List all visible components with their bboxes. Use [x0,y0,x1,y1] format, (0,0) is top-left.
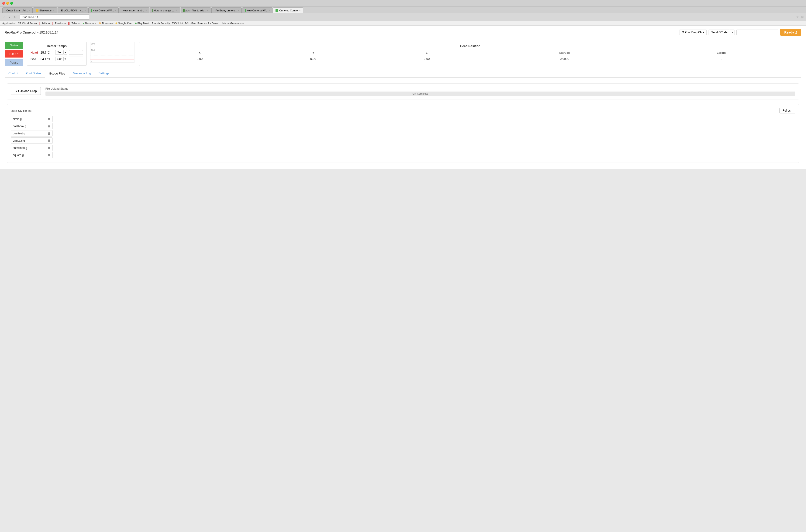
bed-set-dropdown[interactable]: ▾ [63,57,67,61]
tab-close-5[interactable]: × [176,9,178,12]
left-panel: Online STOP! Pause Heater Temps Head 25.… [5,42,134,66]
browser-tab-8[interactable]: New Ormerod W... × [242,7,273,13]
bookmark-meme[interactable]: Meme Generator – [222,22,244,25]
bookmark-telecom[interactable]: Telecom [72,22,81,25]
header-controls: G Print Drop/Click Send GCode ▾ Ready :) [679,29,801,36]
bookmark-milano[interactable]: Milano [42,22,50,25]
progress-bar: 0% Complete [45,92,795,96]
bookmark-forecast[interactable]: Forecast for Devel... [197,22,220,25]
head-set-dropdown[interactable]: ▾ [63,50,67,55]
ready-button[interactable]: Ready :) [780,29,801,36]
reload-button[interactable]: ↻ [13,15,18,19]
maximize-button[interactable] [10,2,13,5]
main-panels: Online STOP! Pause Heater Temps Head 25.… [5,42,801,66]
bookmark-label-basecamp: Basecamp [85,22,97,25]
send-gcode-button[interactable]: Send GCode [709,30,730,35]
head-temp-value: 25.7°C [40,51,53,54]
pos-col-x: X [143,50,256,56]
tab-close-1[interactable]: × [53,9,55,12]
bookmark-basecamp[interactable]: ● Basecamp [83,22,97,25]
browser-toolbar: ‹ › ↻ ☆ ⊞ [0,13,806,21]
tab-label-8: New Ormerod W... [246,9,268,12]
list-item: ormaxis.g 🗑 [11,137,53,144]
tab-close-7[interactable]: × [238,9,239,12]
send-gcode-dropdown[interactable]: ▾ [730,30,734,35]
head-set-button[interactable]: Set [55,50,63,55]
tab-close-6[interactable]: × [207,9,208,12]
bookmark-label-jsonlint: JSONLint [172,22,183,25]
bookmark-jsonlint[interactable]: JSONLint [172,22,183,25]
tab-close-3[interactable]: × [115,9,116,12]
bookmark-cpcloud[interactable]: CP Cloud Server [18,22,37,25]
browser-tab-6[interactable]: push files to sdc... × [181,7,211,13]
file-delete-button[interactable]: 🗑 [48,146,51,150]
browser-tab-3[interactable]: New Ormerod W... × [88,7,118,13]
tab-close-4[interactable]: × [145,9,147,12]
bed-set-input[interactable] [69,57,83,61]
page-header: RepRapPro Ormerod - 192.168.1.14 G Print… [5,29,801,38]
bookmark-label-frosinone: Frosinone [55,22,67,25]
bookmark-applicazioni[interactable]: Applicazioni [2,22,16,25]
tab-control[interactable]: Control [5,70,22,77]
tab-label-2: E-VOLUTION – H... [61,9,84,12]
file-name: duettest.g [13,132,25,135]
refresh-button[interactable]: Refresh [780,108,795,113]
titlebar [0,0,806,7]
file-delete-button[interactable]: 🗑 [48,153,51,157]
pos-val-zprobe: 0 [646,56,798,62]
bookmark-frosinone[interactable]: Frosinone [55,22,67,25]
stop-button[interactable]: STOP! [5,50,23,58]
page-content: RepRapPro Ormerod - 192.168.1.14 G Print… [0,26,806,169]
bookmark-googlekeep[interactable]: ◆ Google Keep [115,22,133,25]
back-button[interactable]: ‹ [2,15,6,19]
chart-svg [90,42,134,62]
star-icon[interactable]: ☆ [796,15,799,19]
list-item: square.g 🗑 [11,152,53,158]
pos-val-extrude: 0.0000 [483,56,645,62]
tab-favicon-5 [152,9,153,12]
tab-settings[interactable]: Settings [95,70,113,77]
tab-gcode-files[interactable]: Gcode Files [45,70,69,78]
tab-close-9[interactable]: × [299,9,301,12]
bookmark-label-googlekeep: Google Keep [118,22,133,25]
browser-tab-1[interactable]: Bienvenue! × [33,7,57,13]
tab-print-status[interactable]: Print Status [22,70,45,77]
file-delete-button[interactable]: 🗑 [48,117,51,121]
browser-tab-9[interactable]: Ormerod Control × [273,7,303,13]
head-set-input[interactable] [69,50,83,55]
bookmark-joomla[interactable]: Joomla Security [152,22,170,25]
extensions-icon[interactable]: ⊞ [801,15,804,19]
tab-favicon-9 [275,9,278,12]
file-delete-button[interactable]: 🗑 [48,132,51,135]
bookmark-timesheet[interactable]: H Timesheet [99,22,113,25]
forward-button[interactable]: › [8,15,11,19]
online-button[interactable]: Online [5,42,23,49]
minimize-button[interactable] [6,2,9,5]
tab-close-0[interactable]: × [29,9,30,12]
sd-upload-button[interactable]: SD Upload Drop [11,87,41,95]
gprint-button[interactable]: G Print Drop/Click [679,30,707,35]
tab-message-log[interactable]: Message Log [69,70,95,77]
bookmark-label-js2coffee: Js2coffee [185,22,196,25]
close-button[interactable] [2,2,5,5]
browser-tab-4[interactable]: New Issue - iamb... × [119,7,149,13]
address-bar[interactable] [20,15,90,20]
bookmark-playmusic[interactable]: ▶ Play Music [135,22,150,25]
pause-button[interactable]: Pause [5,59,23,66]
browser-tab-2[interactable]: E-VOLUTION – H... × [58,7,88,13]
gcode-input[interactable] [736,30,778,35]
browser-tab-0[interactable]: Costa Extra – Ad... × [2,7,33,13]
tab-favicon-1 [36,9,38,12]
bed-set-button[interactable]: Set [55,57,63,61]
tab-label-9: Ormerod Control [279,9,298,12]
browser-tab-7[interactable]: IAmBruny ormero... × [212,7,242,13]
bookmark-label-playmusic: Play Music [138,22,150,25]
tab-close-2[interactable]: × [85,9,86,12]
browser-tab-5[interactable]: How to change p... × [150,7,180,13]
tab-close-8[interactable]: × [269,9,270,12]
file-delete-button[interactable]: 🗑 [48,139,51,142]
bookmark-label-timesheet: Timesheet [102,22,113,25]
file-delete-button[interactable]: 🗑 [48,125,51,128]
bookmark-label-joomla: Joomla Security [152,22,170,25]
bookmark-js2coffee[interactable]: Js2coffee [185,22,196,25]
